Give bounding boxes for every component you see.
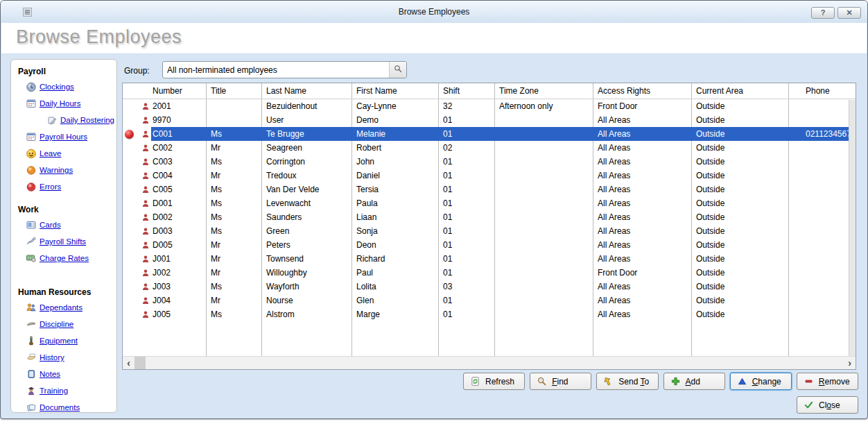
find-icon <box>537 376 547 387</box>
scroll-right-arrow[interactable]: › <box>844 357 856 369</box>
find-button[interactable]: Find <box>530 373 591 390</box>
table-row[interactable]: 9970UserDemo01All AreasOutside <box>123 113 856 127</box>
sidebar-item-errors[interactable]: Errors <box>26 178 116 195</box>
cell-first: Lolita <box>351 282 438 291</box>
sidebar-section-title: Payroll <box>18 67 116 76</box>
table-row[interactable]: 2001BezuidenhoutCay-Lynne32Afternoon onl… <box>123 99 856 113</box>
group-combo <box>162 61 407 78</box>
close-window-button[interactable]: ✕ <box>837 7 861 19</box>
row-gutter <box>123 141 151 155</box>
browse-employees-window: Browse Employees ? ✕ Browse Employees Pa… <box>0 0 868 419</box>
column-header-title[interactable]: Title <box>206 86 261 96</box>
table-row[interactable]: C003MsCorringtonJohn01All AreasOutside <box>123 155 856 169</box>
sidebar-item-discipline[interactable]: Discipline <box>26 316 116 332</box>
scrollbar-thumb[interactable] <box>134 357 146 369</box>
remove-button[interactable]: Remove <box>797 373 858 390</box>
column-header-time-zone[interactable]: Time Zone <box>494 86 593 96</box>
change-button[interactable]: Change <box>730 373 792 390</box>
cell-area: Outside <box>691 129 788 139</box>
sidebar-item-history[interactable]: History <box>26 349 116 366</box>
column-header-phone[interactable]: Phone <box>788 86 849 96</box>
cell-num: C001 <box>151 129 206 139</box>
group-lookup-button[interactable] <box>389 62 406 78</box>
row-gutter <box>123 294 151 307</box>
row-gutter <box>123 127 151 141</box>
refresh-icon <box>470 376 480 387</box>
cell-area: Outside <box>691 226 788 236</box>
table-row[interactable]: D005MrPetersDeon01All AreasOutside <box>123 238 856 252</box>
sidebar-item-warnings[interactable]: Warnings <box>26 162 116 178</box>
column-header-number[interactable]: Number <box>151 86 206 96</box>
scroll-left-arrow[interactable]: ‹ <box>123 357 134 369</box>
person-red-icon <box>141 296 150 305</box>
cell-title: Mr <box>206 296 261 305</box>
cell-first: Robert <box>351 143 438 153</box>
help-button[interactable]: ? <box>811 7 835 19</box>
send-to-button[interactable]: Send To <box>596 373 658 390</box>
refresh-button[interactable]: Refresh <box>463 373 525 390</box>
action-button-row: RefreshFindSend ToAddChangeRemove <box>463 373 858 390</box>
table-row[interactable]: C004MrTredouxDaniel01All AreasOutside <box>123 169 856 183</box>
cell-num: J001 <box>151 254 206 264</box>
button-label: Close <box>819 400 840 410</box>
change-icon <box>737 376 747 387</box>
table-row[interactable]: J001MrTownsendRichard01All AreasOutside <box>123 252 856 266</box>
cell-first: John <box>351 157 438 167</box>
sidebar-item-equipment[interactable]: Equipment <box>26 332 116 349</box>
sidebar-item-label: Clockings <box>40 83 74 91</box>
cell-access: All Areas <box>593 171 691 180</box>
cell-title: Mr <box>206 254 261 264</box>
table-row[interactable]: D001MsLevenwachtPaula01All AreasOutside <box>123 196 856 210</box>
sidebar-item-daily-hours[interactable]: Daily Hours <box>26 95 116 112</box>
sidebar-item-clockings[interactable]: Clockings <box>26 78 116 95</box>
column-header-last-name[interactable]: Last Name <box>261 86 351 96</box>
person-red-icon <box>141 116 150 125</box>
cell-area: Outside <box>691 101 788 111</box>
table-row[interactable]: D003MsGreenSonja01All AreasOutside <box>123 224 856 238</box>
sidebar-item-daily-rostering[interactable]: Daily Rostering <box>46 112 116 128</box>
card-icon <box>26 219 37 230</box>
sidebar-item-dependants[interactable]: Dependants <box>26 299 116 316</box>
table-row[interactable]: C002MrSeagreenRobert02All AreasOutside <box>123 141 856 155</box>
column-header-shift[interactable]: Shift <box>438 86 494 96</box>
sidebar-item-cards[interactable]: Cards <box>26 217 116 233</box>
add-button[interactable]: Add <box>663 373 725 390</box>
table-row[interactable]: C001MsTe BruggeMelanie01All AreasOutside… <box>123 127 856 141</box>
sidebar-item-documents[interactable]: Documents <box>26 399 116 413</box>
close-button[interactable]: Close <box>797 396 858 414</box>
send-to-icon <box>603 376 614 387</box>
sidebar-item-label: Warnings <box>40 166 73 174</box>
table-row[interactable]: J002MrWilloughbyPaul01Front DoorOutside <box>123 266 856 280</box>
pen-icon <box>26 236 37 247</box>
sidebar-item-leave[interactable]: Leave <box>26 145 116 162</box>
cell-title: Mr <box>206 268 261 278</box>
sidebar: PayrollClockingsDaily HoursDaily Rosteri… <box>10 59 117 413</box>
vertical-scrollbar-track[interactable] <box>849 100 856 356</box>
table-row[interactable]: J004MrNourseGlen01All AreasOutside <box>123 294 856 307</box>
button-label: Add <box>686 377 700 387</box>
add-icon <box>670 376 681 387</box>
tool-icon <box>26 335 37 346</box>
table-row[interactable]: C005MsVan Der VeldeTersia01All AreasOuts… <box>123 183 856 196</box>
sidebar-item-label: Discipline <box>40 320 73 328</box>
sidebar-item-notes[interactable]: Notes <box>26 366 116 382</box>
sphere-orange-icon <box>26 164 37 176</box>
sidebar-item-payroll-shifts[interactable]: Payroll Shifts <box>26 233 116 250</box>
column-header-first-name[interactable]: First Name <box>351 86 438 96</box>
row-gutter <box>123 266 151 280</box>
table-row[interactable]: D002MsSaundersLiaan01All AreasOutside <box>123 210 856 224</box>
sidebar-item-payroll-hours[interactable]: Payroll Hours <box>26 128 116 145</box>
column-header-current-area[interactable]: Current Area <box>691 86 788 96</box>
table-row[interactable]: J005MsAlstromMarge01All AreasOutside <box>123 307 856 321</box>
cell-area: Outside <box>691 115 788 125</box>
sidebar-item-training[interactable]: Training <box>26 382 116 399</box>
group-input[interactable] <box>163 62 389 78</box>
column-header-access-rights[interactable]: Access Rights <box>593 86 691 96</box>
table-row[interactable]: J003MsWayforthLolita03All AreasOutside <box>123 280 856 294</box>
row-gutter <box>123 224 151 238</box>
cell-first: Melanie <box>351 129 438 139</box>
cell-last: Bezuidenhout <box>261 101 351 111</box>
cell-shift: 01 <box>438 226 494 236</box>
sidebar-item-charge-rates[interactable]: Charge Rates <box>26 250 116 266</box>
cell-last: Nourse <box>261 296 351 305</box>
